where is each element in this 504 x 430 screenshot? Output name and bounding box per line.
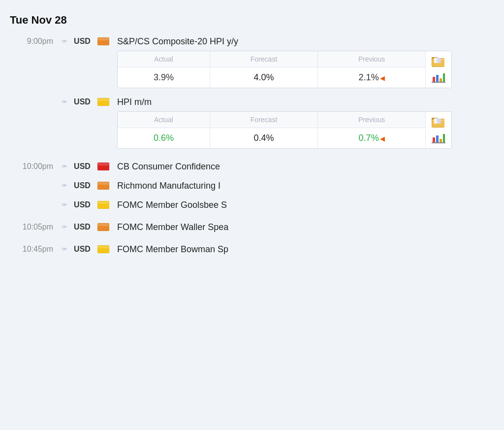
data-table-wrapper: ActualForecastPrevious3.9%4.0%2.1%◀	[117, 51, 452, 88]
event-content: FOMC Member Goolsbee S	[112, 199, 496, 214]
table-action-icons	[425, 51, 451, 88]
event-content: FOMC Member Waller Spea	[112, 221, 496, 236]
svg-rect-11	[433, 77, 435, 82]
day-header: Tue Nov 28	[8, 14, 496, 27]
flag-icon	[94, 243, 112, 254]
svg-rect-29	[443, 134, 445, 142]
event-title[interactable]: FOMC Member Bowman Sp	[117, 243, 496, 255]
event-content: HPI m/mActualForecastPrevious0.6%0.4%0.7…	[112, 96, 496, 154]
svg-rect-14	[443, 73, 445, 82]
svg-rect-37	[98, 201, 109, 204]
svg-rect-31	[98, 163, 109, 165]
page-container: Tue Nov 28 9:00pm»»USD S&P/CS Composite-…	[0, 9, 504, 272]
sound-icon[interactable]: »»	[57, 221, 70, 230]
event-time	[8, 199, 57, 209]
table-header-forecast: Forecast	[210, 112, 317, 128]
sound-icon[interactable]: »»	[57, 161, 70, 169]
table-header-actual: Actual	[118, 112, 210, 128]
event-row: »»USD Richmond Manufacturing I	[8, 180, 496, 195]
flag-icon	[94, 96, 112, 107]
data-table: ActualForecastPrevious0.6%0.4%0.7%◀	[118, 112, 425, 148]
previous-arrow: ◀	[380, 74, 385, 82]
table-action-icons	[425, 112, 451, 148]
svg-rect-13	[440, 78, 442, 82]
event-content: CB Consumer Confidence	[112, 161, 496, 176]
event-title[interactable]: CB Consumer Confidence	[117, 161, 496, 172]
event-title[interactable]: Richmond Manufacturing I	[117, 180, 496, 191]
table-header-actual: Actual	[118, 51, 210, 67]
event-time: 9:00pm	[8, 35, 57, 46]
event-content: S&P/CS Composite-20 HPI y/yActualForecas…	[112, 35, 496, 93]
currency-label: USD	[70, 221, 94, 232]
event-content: Richmond Manufacturing I	[112, 180, 496, 195]
event-row: »»USD HPI m/mActualForecastPrevious0.6%0…	[8, 96, 496, 154]
flag-icon	[94, 35, 112, 46]
event-title[interactable]: S&P/CS Composite-20 HPI y/y	[117, 35, 496, 47]
data-table-wrapper: ActualForecastPrevious0.6%0.4%0.7%◀	[117, 111, 452, 149]
sound-icon[interactable]: »»	[57, 243, 70, 252]
data-table: ActualForecastPrevious3.9%4.0%2.1%◀	[118, 51, 425, 88]
currency-label: USD	[70, 161, 94, 171]
actual-value: 0.6%	[118, 128, 210, 149]
table-header-previous: Previous	[318, 51, 425, 67]
svg-rect-25	[432, 142, 445, 143]
currency-label: USD	[70, 180, 94, 190]
table-header-previous: Previous	[318, 112, 425, 128]
sound-icon[interactable]: »»	[57, 199, 70, 208]
currency-label: USD	[70, 96, 94, 106]
svg-rect-34	[98, 182, 109, 185]
svg-rect-24	[437, 118, 441, 124]
currency-label: USD	[70, 243, 94, 254]
event-time	[8, 96, 57, 106]
event-time	[8, 180, 57, 190]
event-row: 9:00pm»»USD S&P/CS Composite-20 HPI y/yA…	[8, 35, 496, 93]
event-row: 10:45pm»»USD FOMC Member Bowman Sp	[8, 243, 496, 259]
forecast-value: 4.0%	[210, 67, 317, 88]
svg-rect-16	[98, 99, 109, 101]
svg-rect-10	[432, 82, 445, 83]
svg-rect-27	[436, 135, 439, 142]
sound-icon[interactable]: »»	[57, 180, 70, 189]
sound-icon[interactable]: »»	[57, 35, 70, 44]
forecast-value: 0.4%	[210, 128, 317, 149]
svg-rect-28	[440, 139, 442, 142]
currency-label: USD	[70, 199, 94, 209]
currency-label: USD	[70, 35, 94, 46]
svg-rect-9	[437, 58, 441, 63]
event-time: 10:00pm	[8, 161, 57, 171]
flag-icon	[94, 199, 112, 210]
actual-value: 3.9%	[118, 67, 210, 88]
flag-icon	[94, 221, 112, 232]
previous-value: 2.1%◀	[318, 67, 425, 88]
previous-arrow: ◀	[380, 135, 385, 142]
event-time: 10:45pm	[8, 243, 57, 254]
event-title[interactable]: HPI m/m	[117, 96, 496, 107]
chart-icon[interactable]	[431, 71, 446, 85]
events-list: 9:00pm»»USD S&P/CS Composite-20 HPI y/yA…	[8, 35, 496, 259]
flag-icon	[94, 180, 112, 191]
sound-icon[interactable]: »»	[57, 96, 70, 105]
event-row: 10:00pm»»USD CB Consumer Confidence	[8, 161, 496, 176]
event-title[interactable]: FOMC Member Goolsbee S	[117, 199, 496, 210]
table-header-forecast: Forecast	[210, 51, 317, 67]
previous-value: 0.7%◀	[318, 128, 425, 149]
event-row: 10:05pm»»USD FOMC Member Waller Spea	[8, 221, 496, 236]
event-content: FOMC Member Bowman Sp	[112, 243, 496, 259]
chart-icon[interactable]	[431, 132, 446, 145]
event-row: »»USD FOMC Member Goolsbee S	[8, 199, 496, 214]
folder-icon[interactable]	[431, 115, 446, 129]
svg-rect-1	[98, 38, 109, 40]
svg-rect-26	[433, 137, 435, 142]
event-time: 10:05pm	[8, 221, 57, 232]
svg-rect-12	[436, 75, 439, 82]
flag-icon	[94, 161, 112, 171]
svg-rect-40	[98, 224, 109, 226]
folder-icon[interactable]	[431, 54, 446, 68]
svg-rect-43	[98, 246, 109, 248]
event-title[interactable]: FOMC Member Waller Spea	[117, 221, 496, 232]
